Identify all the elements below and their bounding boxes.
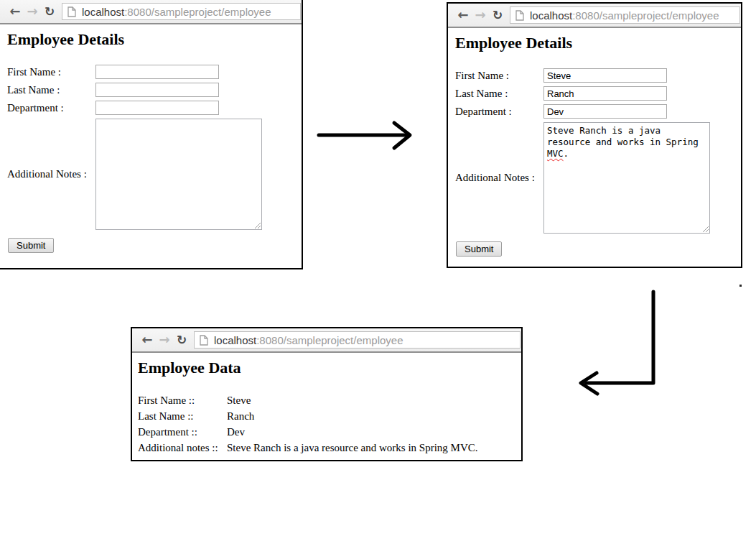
first-name-label: First Name : <box>455 70 543 82</box>
url-path: :8080/sampleproject/employee <box>124 6 271 18</box>
forward-icon[interactable]: → <box>156 329 173 351</box>
last-name-input[interactable] <box>95 83 219 97</box>
notes-text: Steve Ranch is a java resource and works… <box>547 125 704 147</box>
browser-window-result: ← → ↻ localhost:8080/sampleproject/emplo… <box>131 327 523 461</box>
last-name-input[interactable] <box>543 86 667 101</box>
last-name-label: Last Name :: <box>138 408 227 424</box>
additional-notes-row: Additional Notes : <box>7 119 294 230</box>
last-name-data-row: Last Name :: Ranch <box>138 408 515 424</box>
url-host: localhost <box>530 9 572 22</box>
department-row: Department : <box>7 101 294 115</box>
first-name-data-row: First Name :: Steve <box>138 392 515 408</box>
url-text: localhost:8080/sampleproject/employee <box>214 334 403 346</box>
department-row: Department : <box>455 104 734 119</box>
stray-dot <box>739 285 742 287</box>
notes-text-end: . <box>564 148 569 159</box>
back-icon[interactable]: ← <box>139 329 156 351</box>
reload-icon[interactable]: ↻ <box>41 1 58 22</box>
employee-details-page: Employee Details First Name : Last Name … <box>448 28 741 257</box>
first-name-input[interactable] <box>95 65 219 79</box>
first-name-input[interactable] <box>543 68 667 83</box>
last-name-label: Last Name : <box>7 84 95 96</box>
additional-notes-data-row: Additional notes :: Steve Ranch is a jav… <box>138 440 515 456</box>
additional-notes-label: Additional notes :: <box>138 440 227 456</box>
department-input[interactable] <box>95 101 219 115</box>
browser-window-empty-form: ← → ↻ localhost:8080/sampleproject/emplo… <box>0 0 303 269</box>
department-data-row: Department :: Dev <box>138 424 515 440</box>
browser-window-filled-form: ← → ↻ localhost:8080/sampleproject/emplo… <box>447 2 742 268</box>
submit-button[interactable]: Submit <box>456 241 502 257</box>
additional-notes-textarea[interactable] <box>95 119 262 230</box>
forward-icon[interactable]: → <box>24 1 41 22</box>
url-text: localhost:8080/sampleproject/employee <box>82 6 271 18</box>
page-title: Employee Details <box>7 30 294 49</box>
additional-notes-value: Steve Ranch is a java resource and works… <box>227 440 515 456</box>
arrow-right-head <box>394 123 410 148</box>
arrow-down-left <box>586 292 653 383</box>
textarea-resize-grip[interactable] <box>701 225 709 232</box>
employee-details-page: Employee Details First Name : Last Name … <box>0 24 302 253</box>
address-bar[interactable]: localhost:8080/sampleproject/employee <box>510 6 740 24</box>
submit-button[interactable]: Submit <box>8 238 54 253</box>
forward-icon[interactable]: → <box>472 4 489 26</box>
additional-notes-row: Additional Notes : Steve Ranch is a java… <box>455 122 734 234</box>
department-label: Department :: <box>138 424 227 440</box>
department-label: Department : <box>7 102 95 114</box>
url-host: localhost <box>214 334 256 346</box>
reload-icon[interactable]: ↻ <box>489 4 506 26</box>
first-name-row: First Name : <box>7 65 294 79</box>
page-icon <box>200 335 208 346</box>
first-name-row: First Name : <box>455 68 734 83</box>
browser-toolbar: ← → ↻ localhost:8080/sampleproject/emplo… <box>0 0 302 24</box>
last-name-row: Last Name : <box>455 86 734 101</box>
browser-toolbar: ← → ↻ localhost:8080/sampleproject/emplo… <box>132 328 521 353</box>
browser-toolbar: ← → ↻ localhost:8080/sampleproject/emplo… <box>448 4 741 28</box>
page-icon <box>515 10 524 21</box>
url-path: :8080/sampleproject/employee <box>256 334 403 346</box>
additional-notes-label: Additional Notes : <box>7 168 95 180</box>
address-bar[interactable]: localhost:8080/sampleproject/employee <box>194 331 521 349</box>
department-value: Dev <box>227 424 515 440</box>
back-icon[interactable]: ← <box>6 1 24 22</box>
url-path: :8080/sampleproject/employee <box>572 9 719 22</box>
department-label: Department : <box>455 106 543 118</box>
first-name-label: First Name : <box>7 66 95 78</box>
department-input[interactable] <box>543 104 667 119</box>
last-name-row: Last Name : <box>7 83 294 97</box>
last-name-label: Last Name : <box>455 88 543 100</box>
url-text: localhost:8080/sampleproject/employee <box>530 9 719 22</box>
page-icon <box>67 6 76 17</box>
url-host: localhost <box>82 6 124 18</box>
first-name-label: First Name :: <box>138 392 227 408</box>
page-title: Employee Data <box>138 359 515 377</box>
additional-notes-textarea[interactable]: Steve Ranch is a java resource and works… <box>543 122 710 234</box>
textarea-resize-grip[interactable] <box>253 221 261 229</box>
address-bar[interactable]: localhost:8080/sampleproject/employee <box>62 3 301 20</box>
additional-notes-label: Additional Notes : <box>455 172 543 184</box>
arrow-left-head <box>581 373 597 394</box>
first-name-value: Steve <box>227 392 515 408</box>
last-name-value: Ranch <box>227 408 515 424</box>
page-title: Employee Details <box>455 34 734 52</box>
reload-icon[interactable]: ↻ <box>173 329 190 351</box>
back-icon[interactable]: ← <box>454 4 472 26</box>
notes-misspelled-word: MVC <box>547 148 564 159</box>
employee-data-page: Employee Data First Name :: Steve Last N… <box>132 353 521 456</box>
